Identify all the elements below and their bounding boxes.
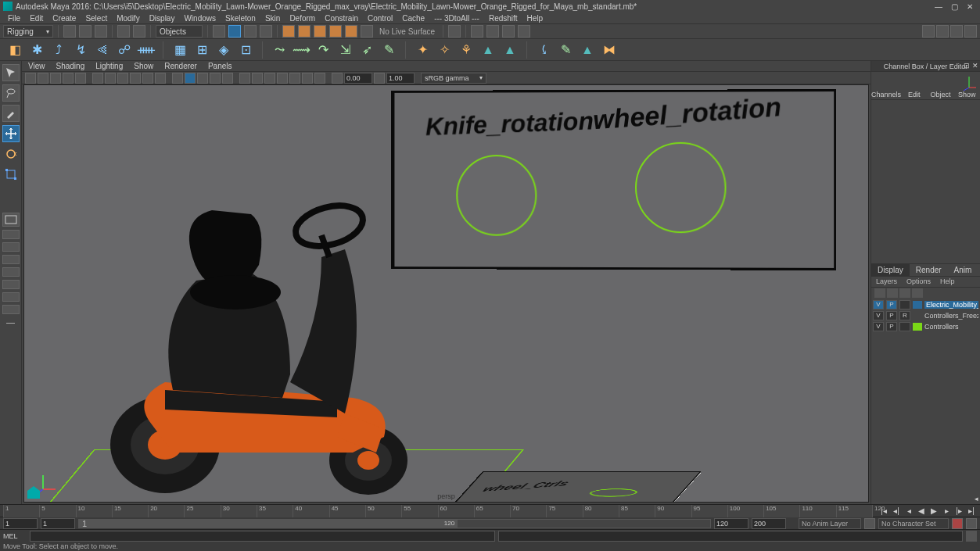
vp-near-clip-input[interactable] xyxy=(344,73,372,84)
trax-icon[interactable]: ▲ xyxy=(579,41,596,59)
channel-tab-channels[interactable]: Channels xyxy=(871,89,901,99)
magnet-icon-3[interactable] xyxy=(314,25,326,38)
layer-new-empty-icon[interactable] xyxy=(899,288,910,298)
viewport-persp[interactable]: wheel_Ctrls Knife_rotation wheel_rotatio… xyxy=(23,84,869,503)
vp-field-chart-icon[interactable] xyxy=(142,73,153,84)
layer-name[interactable]: Controllers_Freeze xyxy=(924,312,978,320)
vp-menu-renderer[interactable]: Renderer xyxy=(164,62,197,70)
camera-seq-icon[interactable]: ⧓ xyxy=(601,41,618,59)
menu-edit[interactable]: Edit xyxy=(25,14,48,23)
render-settings-icon[interactable] xyxy=(518,25,530,38)
construction-history-icon[interactable] xyxy=(448,25,461,38)
vp-dof-icon[interactable] xyxy=(314,73,325,84)
vp-aa-icon[interactable] xyxy=(302,73,313,84)
vp-smooth-shade-icon[interactable] xyxy=(185,73,196,84)
menu-constrain[interactable]: Constrain xyxy=(320,14,363,23)
constraint-scale-icon[interactable]: ⇲ xyxy=(336,41,354,59)
hair-icon-2[interactable]: ▲ xyxy=(501,41,519,59)
menu-select[interactable]: Select xyxy=(81,14,112,23)
layer-reference-toggle[interactable] xyxy=(899,300,910,309)
close-button[interactable]: ✕ xyxy=(963,1,977,12)
persp-graph-layout[interactable] xyxy=(2,305,20,314)
layer-playback-toggle[interactable]: P xyxy=(886,300,897,309)
maya-home-icon[interactable] xyxy=(26,485,41,500)
constraint-point-icon[interactable]: ⟿ xyxy=(293,41,310,59)
command-input[interactable] xyxy=(30,531,495,542)
open-scene-icon[interactable] xyxy=(79,25,92,38)
go-to-end-button[interactable]: ▸| xyxy=(966,506,977,517)
layer-tab-display[interactable]: Display xyxy=(871,264,910,276)
layer-row[interactable]: V P Controllers xyxy=(871,321,980,332)
lattice-icon[interactable]: ▦ xyxy=(171,41,188,59)
shelf-tab-icon[interactable]: ◧ xyxy=(6,41,23,59)
menu-file[interactable]: File xyxy=(3,14,25,23)
vp-use-lights-icon[interactable] xyxy=(210,73,221,84)
range-end-outer-input[interactable] xyxy=(752,518,786,529)
vp-grid-icon[interactable] xyxy=(92,73,103,84)
layer-visibility-toggle[interactable]: V xyxy=(873,322,884,331)
vp-menu-show[interactable]: Show xyxy=(134,62,153,70)
hair-icon[interactable]: ▲ xyxy=(479,41,497,59)
vp-bookmark-icon[interactable] xyxy=(38,73,48,84)
layer-name[interactable]: Controllers xyxy=(924,323,978,331)
vp-shadows-icon[interactable] xyxy=(222,73,233,84)
step-back-key-button[interactable]: ◂| xyxy=(891,506,902,517)
auto-key-icon[interactable] xyxy=(952,518,963,529)
render-view-icon[interactable] xyxy=(471,25,483,38)
menu-windows[interactable]: Windows xyxy=(179,14,221,23)
vp-menu-lighting[interactable]: Lighting xyxy=(95,62,123,70)
vp-xray-icon[interactable] xyxy=(252,73,263,84)
range-start-inner-input[interactable] xyxy=(41,518,75,529)
layer-color-swatch[interactable] xyxy=(913,301,922,309)
menu-help[interactable]: Help xyxy=(522,14,548,23)
two-stacked-layout[interactable] xyxy=(2,255,20,264)
menu-skeleton[interactable]: Skeleton xyxy=(221,14,260,23)
channel-tab-object[interactable]: Object xyxy=(928,89,954,99)
wrap-icon[interactable]: ⊡ xyxy=(237,41,254,59)
layer-visibility-toggle[interactable]: V xyxy=(873,311,884,320)
magnet-icon[interactable] xyxy=(282,25,295,38)
range-start-outer-input[interactable] xyxy=(3,518,38,529)
layer-playback-toggle[interactable]: P xyxy=(886,322,897,331)
three-top-layout[interactable] xyxy=(2,267,20,277)
tool-settings-toggle-icon[interactable] xyxy=(936,25,949,38)
constraint-parent-icon[interactable]: ⤳ xyxy=(271,41,288,59)
rotate-tool[interactable] xyxy=(2,145,20,163)
select-tool[interactable] xyxy=(2,64,20,81)
vp-menu-view[interactable]: View xyxy=(28,62,45,70)
ipr-render-icon[interactable] xyxy=(502,25,515,38)
vp-menu-panels[interactable]: Panels xyxy=(208,62,232,70)
lasso-tool[interactable] xyxy=(2,84,20,102)
menu-control[interactable]: Control xyxy=(363,14,397,23)
magnet-icon-2[interactable] xyxy=(298,25,311,38)
layer-move-up-icon[interactable] xyxy=(874,288,885,298)
menu-3dtoall[interactable]: --- 3DtoAll --- xyxy=(429,14,484,23)
vp-isolate-icon[interactable] xyxy=(239,73,250,84)
vp-motion-blur-icon[interactable] xyxy=(289,73,300,84)
magnet-icon-5[interactable] xyxy=(345,25,357,38)
step-back-button[interactable]: ◂ xyxy=(903,506,914,517)
anim-layer-dropdown[interactable]: No Anim Layer xyxy=(799,518,861,529)
vp-gate-mask-icon[interactable] xyxy=(130,73,141,84)
joint-tool-icon[interactable]: ✱ xyxy=(28,41,45,59)
move-tool[interactable] xyxy=(2,125,20,142)
redo-icon[interactable] xyxy=(133,25,145,38)
play-forward-button[interactable]: ▶ xyxy=(928,506,939,517)
paint-weights-icon[interactable]: ☍ xyxy=(116,41,133,59)
two-side-layout[interactable] xyxy=(2,242,20,252)
vp-menu-shading[interactable]: Shading xyxy=(56,62,85,70)
ik-handle-icon[interactable]: ⤴ xyxy=(50,41,67,59)
layer-menu-options[interactable]: Options xyxy=(906,277,931,285)
human-ik-icon[interactable]: ᚔ xyxy=(138,41,155,59)
layer-name[interactable]: Electric_Mobility_Lawn xyxy=(924,301,978,309)
vp-wireframe-icon[interactable] xyxy=(172,73,183,84)
new-scene-icon[interactable] xyxy=(63,25,76,38)
layer-color-swatch[interactable] xyxy=(913,312,922,320)
vp-grease-pencil-icon[interactable] xyxy=(75,73,86,84)
cluster-icon[interactable]: ⊞ xyxy=(193,41,210,59)
vp-colorspace-dropdown[interactable]: sRGB gamma ▾ xyxy=(421,73,486,84)
layer-tab-render[interactable]: Render xyxy=(910,264,948,276)
layer-tab-anim[interactable]: Anim xyxy=(948,264,978,276)
knife-rotation-control[interactable] xyxy=(456,155,537,236)
step-forward-button[interactable]: ▸ xyxy=(941,506,952,517)
